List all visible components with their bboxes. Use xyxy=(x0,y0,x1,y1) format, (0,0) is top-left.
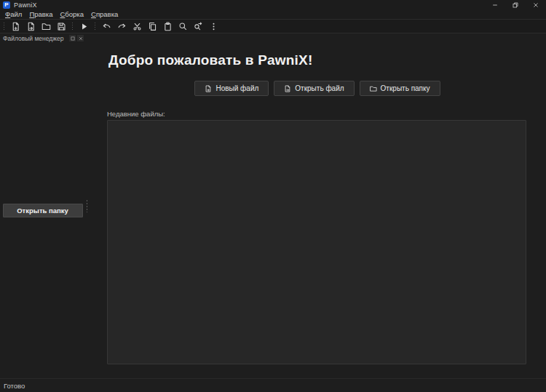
open-folder-button[interactable] xyxy=(39,20,54,33)
window-controls xyxy=(485,0,546,10)
copy-button[interactable] xyxy=(145,20,160,33)
search-replace-button[interactable] xyxy=(191,20,206,33)
open-file-icon xyxy=(284,85,291,92)
recent-files-panel[interactable] xyxy=(107,120,526,364)
save-button[interactable] xyxy=(54,20,69,33)
open-file-icon xyxy=(26,22,36,31)
open-folder-icon xyxy=(370,85,377,92)
toolbar-grip[interactable] xyxy=(94,22,97,31)
restore-icon xyxy=(513,2,518,8)
welcome-title: Добро пожаловать в PawniX! xyxy=(108,52,546,68)
menu-file[interactable]: Файл xyxy=(1,10,25,19)
menu-help[interactable]: Справка xyxy=(87,10,122,19)
save-icon xyxy=(57,22,66,31)
run-button[interactable] xyxy=(76,20,92,33)
app-window: P PawniX Файл Правка Сборка Справка xyxy=(0,0,546,392)
file-manager-header: Файловый менеджер xyxy=(0,33,85,42)
redo-icon xyxy=(117,22,127,31)
cut-button[interactable] xyxy=(130,20,145,33)
float-icon xyxy=(71,36,75,41)
cut-icon xyxy=(132,22,142,31)
copy-icon xyxy=(148,22,157,31)
paste-button[interactable] xyxy=(160,20,175,33)
dock-close-button[interactable] xyxy=(77,35,84,41)
minimize-icon xyxy=(492,2,498,8)
search-icon xyxy=(178,22,188,31)
window-title: PawniX xyxy=(14,1,37,9)
welcome-open-folder-label: Открыть папку xyxy=(381,84,430,92)
welcome-open-file-button[interactable]: Открыть файл xyxy=(274,81,354,96)
file-manager-panel: Файловый менеджер Открыть папку xyxy=(0,33,85,378)
search-replace-icon xyxy=(194,22,203,31)
welcome-new-file-label: Новый файл xyxy=(215,84,258,92)
dock-float-button[interactable] xyxy=(69,35,76,41)
new-file-icon xyxy=(205,85,212,92)
content-area: Файловый менеджер Открыть папку Добро xyxy=(0,33,546,378)
welcome-actions: Новый файл Открыть файл Открыть папку xyxy=(89,81,546,96)
restore-button[interactable] xyxy=(505,0,526,10)
menu-build[interactable]: Сборка xyxy=(56,10,87,19)
toolbar-grip[interactable] xyxy=(3,22,6,31)
welcome-open-file-label: Открыть файл xyxy=(295,84,344,92)
titlebar: P PawniX xyxy=(0,0,546,10)
undo-button[interactable] xyxy=(99,20,114,33)
paste-icon xyxy=(163,22,173,31)
splitter-grip-icon xyxy=(86,199,88,212)
minimize-button[interactable] xyxy=(485,0,505,10)
welcome-new-file-button[interactable]: Новый файл xyxy=(194,81,269,96)
menubar: Файл Правка Сборка Справка xyxy=(0,10,546,20)
more-vertical-icon xyxy=(209,22,218,31)
new-file-button[interactable] xyxy=(8,20,23,33)
close-button[interactable] xyxy=(526,0,546,10)
file-manager-title: Файловый менеджер xyxy=(3,35,63,42)
open-folder-icon xyxy=(41,22,51,31)
sidebar-open-folder-button[interactable]: Открыть папку xyxy=(3,204,83,217)
recent-files-label: Недавние файлы: xyxy=(107,110,546,118)
menu-edit[interactable]: Правка xyxy=(25,10,56,19)
statusbar: Готово xyxy=(0,378,546,392)
welcome-open-folder-button[interactable]: Открыть папку xyxy=(360,81,440,96)
app-logo-icon: P xyxy=(3,1,10,9)
new-file-icon xyxy=(11,22,20,31)
file-manager-body: Открыть папку xyxy=(0,42,85,378)
welcome-page: Добро пожаловать в PawniX! Новый файл От… xyxy=(89,33,546,378)
toolbar-more-button[interactable] xyxy=(206,20,221,33)
sidebar-splitter[interactable] xyxy=(85,33,89,378)
open-file-button[interactable] xyxy=(23,20,39,33)
toolbar-grip[interactable] xyxy=(71,22,74,31)
status-text: Готово xyxy=(4,382,25,390)
search-button[interactable] xyxy=(175,20,191,33)
dock-close-icon xyxy=(79,36,83,41)
undo-icon xyxy=(102,22,111,31)
redo-button[interactable] xyxy=(114,20,130,33)
toolbar xyxy=(0,20,546,33)
close-icon xyxy=(533,2,539,8)
run-icon xyxy=(79,22,89,31)
